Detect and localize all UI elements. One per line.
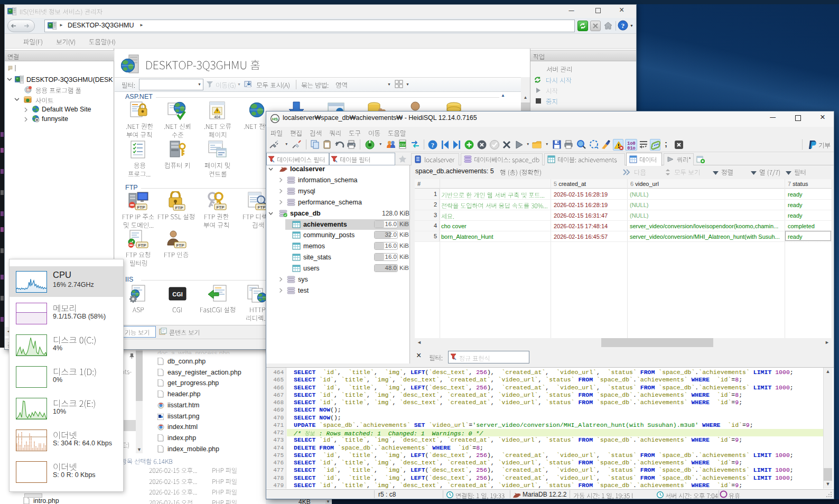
svg-text:?: ? bbox=[431, 142, 434, 149]
svg-text:FTP: FTP bbox=[216, 205, 225, 210]
svg-text:FTP: FTP bbox=[175, 206, 183, 210]
svg-text:CGI: CGI bbox=[172, 291, 183, 297]
svg-text:CSV: CSV bbox=[399, 143, 406, 146]
svg-text:FTP: FTP bbox=[138, 243, 146, 248]
svg-text:?: ? bbox=[621, 22, 625, 30]
svg-text:HS: HS bbox=[272, 117, 278, 122]
svg-text:FTP: FTP bbox=[257, 205, 266, 210]
svg-text:404: 404 bbox=[214, 115, 220, 119]
svg-text:01o: 01o bbox=[627, 146, 635, 151]
svg-text:FTP: FTP bbox=[176, 243, 184, 248]
svg-text:FTP: FTP bbox=[137, 205, 145, 210]
